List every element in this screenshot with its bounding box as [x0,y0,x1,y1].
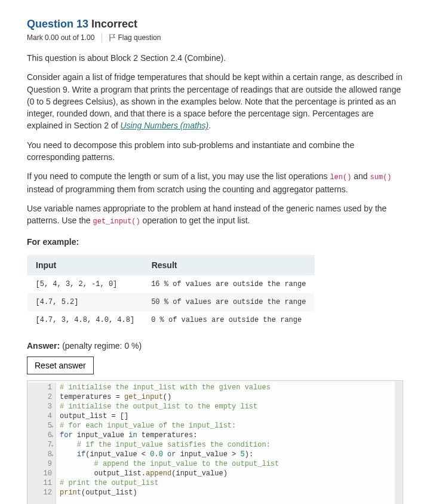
code-line[interactable]: output_list = [] [60,411,394,421]
code-gutter: 12345▾6▾7▾8▾9101112 [27,383,56,504]
code-line[interactable]: temperatures = get_input() [60,392,394,402]
example-table: Input Result [5, 4, 3, 2, -1, 0]16 % of … [27,255,315,329]
cell-input: [4.7, 5.2] [27,293,143,311]
line-number: 8▾ [33,450,52,459]
code-sum: sum() [370,173,392,182]
cell-input: [5, 4, 3, 2, -1, 0] [27,275,143,294]
code-line[interactable]: # initialise the output_list to the empt… [60,402,394,411]
code-getinput: get_input() [93,217,140,226]
question-body: This question is about Block 2 Section 2… [27,52,403,504]
line-number: 11 [33,478,52,488]
line-number: 3 [33,402,52,411]
flag-question-link[interactable]: Flag question [109,33,161,42]
reset-answer-button[interactable]: Reset answer [27,357,94,374]
code-editor[interactable]: 12345▾6▾7▾8▾9101112 # initialise the inp… [27,380,403,504]
code-line[interactable]: # append the input_value to the output_l… [60,459,394,469]
line-number: 6▾ [33,431,52,440]
p2-text-a: Consider again a list of fridge temperat… [27,72,403,130]
answer-label-row: Answer: (penalty regime: 0 %) [27,341,403,351]
line-number: 12 [33,488,52,497]
code-line[interactable]: # for each input_value of the input_list… [60,421,394,431]
line-number: 2 [33,392,52,402]
paragraph-varnames: Use variable names appropriate to the pr… [27,202,403,228]
p4-mid: and [351,171,370,181]
line-number: 9 [33,459,52,469]
col-input: Input [27,256,143,275]
flag-icon [109,34,115,41]
code-line[interactable]: # initialise the input_list with the giv… [60,383,394,392]
code-line[interactable]: for input_value in temperatures: [60,431,394,440]
cell-result: 16 % of values are outside the range [143,275,314,294]
table-row: [4.7, 3, 4.8, 4.0, 4.8]0 % of values are… [27,311,315,329]
flag-label: Flag question [118,33,161,42]
question-header: Question 13 Incorrect Mark 0.00 out of 1… [27,18,403,42]
table-row: [4.7, 5.2]50 % of values are outside the… [27,293,315,311]
col-result: Result [143,256,314,275]
code-line[interactable]: if(input_value < 0.0 or input_value > 5)… [60,450,394,459]
question-status: Incorrect [91,18,137,30]
p5-text-b: operation to get the input list. [140,216,250,225]
p4-text-a: If you need to compute the length or sum… [27,171,330,181]
paragraph-decompose: You need to decompose this problem into … [27,139,403,164]
paragraph-main: Consider again a list of fridge temperat… [27,71,403,131]
scrollbar-vertical[interactable] [395,382,402,504]
mark-text: Mark 0.00 out of 1.00 [27,33,94,42]
using-numbers-link[interactable]: Using Numbers (maths) [120,121,208,130]
example-label: For example: [27,236,403,248]
p2-text-b: . [208,121,211,130]
p4-text-b: instead of programming them from scratch… [27,185,348,194]
answer-label: Answer: [27,341,60,351]
line-number: 1 [33,383,52,392]
code-line[interactable]: output_list.append(input_value) [60,469,394,478]
question-number: Question 13 [27,18,88,30]
paragraph-intro: This question is about Block 2 Section 2… [27,52,403,64]
cell-result: 50 % of values are outside the range [143,293,314,311]
line-number: 5▾ [33,421,52,431]
line-number: 7▾ [33,440,52,450]
code-line[interactable]: # print the output_list [60,478,394,488]
line-number: 10 [33,469,52,478]
cell-input: [4.7, 3, 4.8, 4.0, 4.8] [27,311,143,329]
code-line[interactable]: # if the input_value satisfies the condi… [60,440,394,450]
code-len: len() [330,173,351,182]
code-content[interactable]: # initialise the input_list with the giv… [56,383,394,504]
meta-divider [102,33,102,42]
cell-result: 0 % of values are outside the range [143,311,314,329]
table-row: [5, 4, 3, 2, -1, 0]16 % of values are ou… [27,275,315,294]
penalty-text: (penalty regime: 0 %) [62,341,142,351]
code-line[interactable]: print(output_list) [60,488,394,497]
question-meta: Mark 0.00 out of 1.00 Flag question [27,33,403,42]
line-number: 4 [33,411,52,421]
paragraph-operations: If you need to compute the length or sum… [27,170,403,195]
question-title: Question 13 Incorrect [27,18,403,30]
